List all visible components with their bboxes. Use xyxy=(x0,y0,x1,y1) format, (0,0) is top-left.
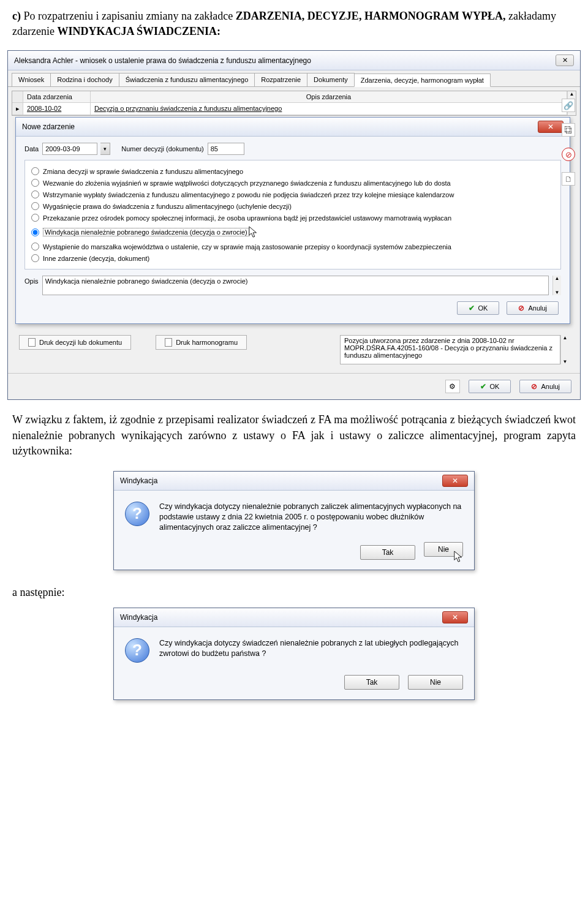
cursor-icon xyxy=(248,225,259,239)
intro-bold1: ZDARZENIA, DECYZJE, HARMONOGRAM WYPŁA, xyxy=(236,10,506,22)
tab-dokumenty[interactable]: Dokumenty xyxy=(307,73,355,86)
radio-label: Wygaśnięcie prawa do świadczenia z fundu… xyxy=(43,203,292,210)
radio-label: Inne zdarzenie (decyzja, dokument) xyxy=(43,255,149,262)
cell-desc: Decyzja o przyznaniu świadczenia z fundu… xyxy=(91,103,567,115)
dlg1-buttons: Tak Nie xyxy=(114,539,474,570)
radio-wygasniecie[interactable]: Wygaśnięcie prawa do świadczenia z fundu… xyxy=(31,200,554,212)
opis-textarea[interactable]: Windykacja nienależnie pobranego świadcz… xyxy=(42,276,549,295)
doc-a-nastepnie: a następnie: xyxy=(0,582,588,603)
tab-zdarzenia[interactable]: Zdarzenia, decyzje, harmonogram wypłat xyxy=(354,73,491,87)
tab-rodzina[interactable]: Rodzina i dochody xyxy=(50,73,119,86)
numer-label: Numer decyzji (dokumentu) xyxy=(121,145,204,153)
radio-label: Zmiana decyzji w sprawie świadczenia z f… xyxy=(43,168,243,175)
data-input[interactable] xyxy=(42,143,97,155)
date-dropdown-icon[interactable]: ▾ xyxy=(100,143,110,155)
tool-icon[interactable]: ⚙ xyxy=(445,380,460,393)
tabs: Wniosek Rodzina i dochody Świadczenia z … xyxy=(8,70,580,87)
close-button[interactable]: ✕ xyxy=(556,55,574,66)
sub-cancel-button[interactable]: ⊘Anuluj xyxy=(507,301,559,315)
dlg2-tak-button[interactable]: Tak xyxy=(344,675,399,690)
main-ok-label: OK xyxy=(490,383,500,390)
doc-icon xyxy=(165,338,172,347)
doc-icon xyxy=(28,338,36,347)
dlg2-titlebar: Windykacja ✕ xyxy=(114,608,474,627)
radio-wystapienie[interactable]: Wystąpienie do marszałka województwa o u… xyxy=(31,241,554,252)
question-icon: ? xyxy=(125,638,149,663)
grid-row[interactable]: ▸ 2008-10-02 Decyzja o przyznaniu świadc… xyxy=(12,103,567,115)
intro-bold2: WINDYKACJA ŚWIADCZENIA: xyxy=(57,25,221,37)
druk-harm-label: Druk harmonogramu xyxy=(176,339,238,346)
sub-window-nowe-zdarzenie: Nowe zdarzenie ✕ Data ▾ Numer decyzji (d… xyxy=(15,117,570,324)
radio-inne[interactable]: Inne zdarzenie (decyzja, dokument) xyxy=(31,252,554,264)
grid-header: Data zdarzenia Opis zdarzenia xyxy=(12,91,567,103)
info-scrollbar[interactable]: ▲▼ xyxy=(560,335,569,364)
radio-label: Przekazanie przez ośrodek pomocy społecz… xyxy=(43,214,451,222)
sub-titlebar: Nowe zdarzenie ✕ xyxy=(16,118,570,137)
intro-c: c) xyxy=(12,10,21,22)
dlg1-tak-button[interactable]: Tak xyxy=(360,545,415,560)
dlg2-buttons: Tak Nie xyxy=(114,669,474,699)
dlg1-close-button[interactable]: ✕ xyxy=(442,475,468,487)
druk-harmonogramu-button[interactable]: Druk harmonogramu xyxy=(156,335,247,350)
main-bottom-bar: ⚙ ✔OK ⊘Anuluj xyxy=(8,373,580,399)
cursor-icon xyxy=(453,550,464,563)
radio-group-zdarzenie: Zmiana decyzji w sprawie świadczenia z f… xyxy=(24,160,561,269)
radio-przekazanie[interactable]: Przekazanie przez ośrodek pomocy społecz… xyxy=(31,212,554,224)
forbidden-icon[interactable]: ⊘ xyxy=(562,148,575,161)
opis-label: Opis xyxy=(24,276,39,285)
data-label: Data xyxy=(24,145,39,153)
sub-button-row: ✔OK ⊘Anuluj xyxy=(24,295,561,317)
tab-rozpatrzenie[interactable]: Rozpatrzenie xyxy=(254,73,307,86)
link-icon[interactable]: 🔗 xyxy=(562,99,575,112)
radio-label: Windykacja nienależnie pobranego świadcz… xyxy=(43,228,249,236)
sub-ok-button[interactable]: ✔OK xyxy=(457,301,500,315)
info-box: Pozycja utworzona przez zdarzenie z dnia… xyxy=(340,335,560,364)
main-content: Data zdarzenia Opis zdarzenia ▸ 2008-10-… xyxy=(8,87,580,373)
doc-intro: c) Po rozpatrzeniu i zapisaniu zmiany na… xyxy=(0,0,588,45)
dlg2-close-button[interactable]: ✕ xyxy=(442,611,468,623)
dlg1-titlebar: Windykacja ✕ xyxy=(114,472,474,491)
sub-title-text: Nowe zdarzenie xyxy=(22,122,75,131)
radio-windykacja[interactable]: Windykacja nienależnie pobranego świadcz… xyxy=(31,224,554,241)
main-cancel-button[interactable]: ⊘Anuluj xyxy=(519,380,571,393)
question-icon: ? xyxy=(125,502,149,526)
dlg2-text: Czy windykacja dotyczy świadczeń nienale… xyxy=(159,638,463,659)
main-window: Aleksandra Achler - wniosek o ustalenie … xyxy=(7,50,581,400)
radio-zmiana-decyzji[interactable]: Zmiana decyzji w sprawie świadczenia z f… xyxy=(31,165,554,177)
copy-icon[interactable]: ⿻ xyxy=(562,123,575,137)
radio-wezwanie[interactable]: Wezwanie do złożenia wyjaśnień w sprawie… xyxy=(31,177,554,189)
dlg1-text: Czy windykacja dotyczy nienależnie pobra… xyxy=(159,502,463,533)
footer-row: Druk decyzji lub dokumentu Druk harmonog… xyxy=(12,330,576,369)
col-desc[interactable]: Opis zdarzenia xyxy=(91,91,567,102)
tab-wniosek[interactable]: Wniosek xyxy=(12,73,51,86)
cell-date: 2008-10-02 xyxy=(23,103,91,115)
events-grid: Data zdarzenia Opis zdarzenia ▸ 2008-10-… xyxy=(12,91,576,116)
main-anuluj-label: Anuluj xyxy=(541,383,560,390)
dlg1-title: Windykacja xyxy=(120,476,157,485)
dlg2-nie-button[interactable]: Nie xyxy=(408,675,463,690)
dlg2-title: Windykacja xyxy=(120,613,157,622)
druk-decyzji-button[interactable]: Druk decyzji lub dokumentu xyxy=(19,335,131,350)
col-date[interactable]: Data zdarzenia xyxy=(23,91,91,102)
ok-label: OK xyxy=(478,304,488,312)
field-row-date-num: Data ▾ Numer decyzji (dokumentu) xyxy=(24,143,561,155)
main-titlebar: Aleksandra Achler - wniosek o ustalenie … xyxy=(8,51,580,70)
dialog-windykacja-1: Windykacja ✕ ? Czy windykacja dotyczy ni… xyxy=(113,471,475,570)
radio-wstrzymanie[interactable]: Wstrzymanie wypłaty świadczenia z fundus… xyxy=(31,189,554,200)
druk-decyzji-label: Druk decyzji lub dokumentu xyxy=(39,339,122,346)
doc-para2: W związku z faktem, iż zgodnie z przepis… xyxy=(0,405,588,466)
tab-swiadczenia[interactable]: Świadczenia z funduszu alimentacyjnego xyxy=(119,73,255,86)
dialog-windykacja-2: Windykacja ✕ ? Czy windykacja dotyczy św… xyxy=(113,608,475,700)
sub-close-button[interactable]: ✕ xyxy=(538,121,564,133)
radio-label: Wystąpienie do marszałka województwa o u… xyxy=(43,243,451,250)
numer-input[interactable] xyxy=(208,143,244,155)
radio-label: Wezwanie do złożenia wyjaśnień w sprawie… xyxy=(43,179,451,187)
new-page-icon[interactable]: 🗋 xyxy=(562,172,575,186)
main-ok-button[interactable]: ✔OK xyxy=(469,380,511,393)
intro-rest: Po rozpatrzeniu i zapisaniu zmiany na za… xyxy=(21,10,236,22)
opis-scrollbar[interactable]: ▲▼ xyxy=(552,276,561,295)
radio-label: Wstrzymanie wypłaty świadczenia z fundus… xyxy=(43,191,454,198)
opis-row: Opis Windykacja nienależnie pobranego św… xyxy=(24,276,561,295)
anuluj-label: Anuluj xyxy=(528,304,547,312)
main-title: Aleksandra Achler - wniosek o ustalenie … xyxy=(14,56,311,65)
